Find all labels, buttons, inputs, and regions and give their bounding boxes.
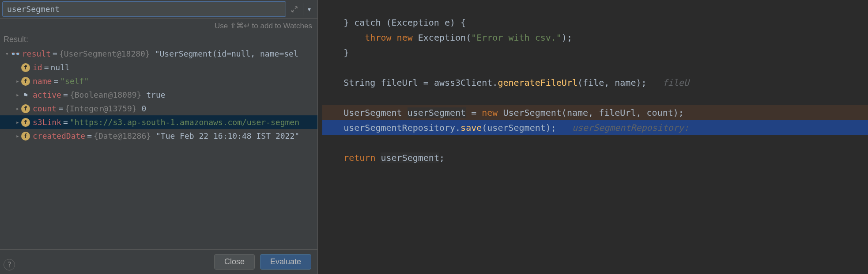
close-button[interactable]: Close: [214, 254, 255, 270]
evaluate-expression-panel: ▾ Use ⇧⌘↵ to add to Watches Result: ▾ 👓 …: [0, 0, 318, 274]
watch-icon: 👓: [11, 49, 20, 58]
field-icon: f: [21, 118, 30, 127]
history-dropdown-icon[interactable]: ▾: [303, 3, 315, 15]
variable-type: {Integer@13759}: [65, 104, 137, 113]
variable-value: "https://s3.ap-south-1.amazonaws.com/use…: [70, 118, 299, 127]
field-icon: f: [21, 63, 30, 72]
expand-icon[interactable]: [288, 3, 301, 15]
variable-name: s3Link: [33, 118, 61, 127]
variable-value: 0: [141, 104, 146, 113]
variable-name: id: [33, 63, 42, 72]
expression-input[interactable]: [2, 1, 286, 17]
field-icon: f: [21, 132, 30, 141]
variable-name: active: [33, 90, 61, 99]
tree-row-s3link[interactable]: ▸ f s3Link = "https://s3.ap-south-1.amaz…: [0, 115, 317, 129]
variable-value: "Tue Feb 22 16:10:48 IST 2022": [156, 131, 299, 141]
chevron-right-icon[interactable]: ▸: [14, 78, 21, 84]
variable-name: result: [22, 49, 51, 58]
result-tree: ▾ 👓 result = {UserSegment@18280} "UserSe…: [0, 46, 317, 249]
code-line: return userSegment;: [322, 152, 445, 163]
variable-name: createdDate: [33, 131, 85, 141]
code-line: throw new Exception("Error with csv.");: [322, 32, 572, 43]
chevron-right-icon[interactable]: ▸: [14, 133, 21, 139]
expression-row: ▾: [0, 0, 317, 19]
evaluate-button[interactable]: Evaluate: [260, 254, 311, 270]
variable-type: {Date@18286}: [94, 131, 151, 141]
help-icon[interactable]: ?: [4, 259, 15, 270]
code-line: }: [322, 47, 349, 58]
code-line: UserSegment userSegment = new UserSegmen…: [322, 105, 868, 120]
chevron-right-icon[interactable]: ▸: [14, 119, 21, 126]
variable-value: true: [146, 90, 165, 99]
chevron-right-icon[interactable]: ▸: [14, 91, 21, 98]
chevron-right-icon[interactable]: ▸: [14, 105, 21, 112]
variable-name: count: [33, 104, 57, 113]
result-label: Result:: [0, 33, 317, 46]
tree-row-active[interactable]: ▸ ⚑ active = {Boolean@18089} true: [0, 88, 317, 102]
tree-row-count[interactable]: ▸ f count = {Integer@13759} 0: [0, 102, 317, 115]
code-editor[interactable]: } catch (Exception e) { throw new Except…: [318, 0, 868, 274]
button-bar: ? Close Evaluate: [0, 249, 317, 274]
tree-row-created[interactable]: ▸ f createdDate = {Date@18286} "Tue Feb …: [0, 129, 317, 143]
variable-value: null: [51, 63, 70, 72]
code-line-current: userSegmentRepository.save(userSegment);…: [322, 120, 868, 135]
variable-type: {UserSegment@18280}: [59, 49, 150, 58]
variable-value: "UserSegment(id=null, name=sel: [155, 49, 298, 58]
chevron-down-icon[interactable]: ▾: [4, 50, 11, 57]
code-line: String fileUrl = awss3Client.generateFil…: [322, 77, 689, 88]
field-icon: f: [21, 77, 30, 86]
watches-hint: Use ⇧⌘↵ to add to Watches: [0, 19, 317, 33]
variable-name: name: [33, 76, 52, 86]
variable-value: "self": [60, 76, 89, 86]
tree-row-result[interactable]: ▾ 👓 result = {UserSegment@18280} "UserSe…: [0, 47, 317, 61]
code-block[interactable]: } catch (Exception e) { throw new Except…: [318, 0, 868, 180]
variable-value: [150, 49, 155, 58]
tree-row-id[interactable]: f id = null: [0, 61, 317, 74]
tree-row-name[interactable]: ▸ f name = "self": [0, 74, 317, 88]
code-line: } catch (Exception e) {: [322, 17, 466, 28]
variable-type: {Boolean@18089}: [70, 90, 142, 99]
flag-icon: ⚑: [21, 91, 30, 99]
field-icon: f: [21, 104, 30, 113]
